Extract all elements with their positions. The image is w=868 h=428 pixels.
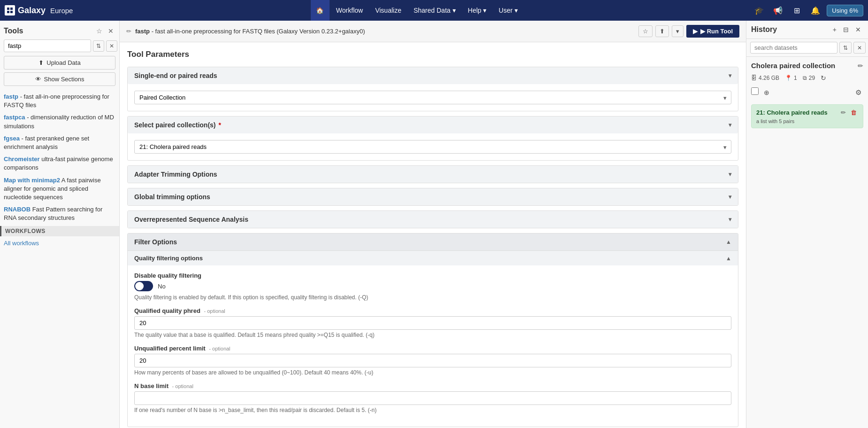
search-input[interactable]	[4, 39, 91, 52]
nav-home-button[interactable]: 🏠	[311, 0, 330, 21]
svg-rect-1	[10, 8, 13, 10]
search-row: ⇅ ✕	[4, 39, 115, 52]
section-single-paired: Single-end or paired reads ▾ Paired Coll…	[127, 67, 738, 111]
history-search-clear-button[interactable]: ✕	[853, 42, 866, 54]
qualified-quality-help: The quality value that a base is qualifi…	[134, 332, 731, 338]
history-storage-stat: 🗄 4.26 GB	[751, 75, 779, 81]
tool-item-fastpca[interactable]: fastpca - dimensionality reduction of MD…	[4, 111, 115, 132]
section-select-collection-header[interactable]: Select paired collection(s) * ▾	[128, 117, 738, 133]
history-search-row: ⇅ ✕	[746, 39, 868, 57]
eye-icon: 👁	[35, 76, 41, 83]
tool-item-fastp[interactable]: fastp - fast all-in-one preprocessing fo…	[4, 91, 115, 111]
nav-grid-icon[interactable]: ⊞	[789, 3, 804, 18]
history-columns-button[interactable]: ⊟	[841, 24, 851, 35]
history-dataset-delete-button[interactable]: 🗑	[849, 109, 858, 117]
section-adapter-trimming: Adapter Trimming Options ▾	[127, 165, 738, 183]
filter-options-header[interactable]: Filter Options ▲	[128, 233, 738, 250]
qualified-quality-group: Qualified quality phred - optional The q…	[134, 307, 731, 338]
history-close-button[interactable]: ✕	[853, 24, 863, 35]
tool-header-info: ✏ fastp - fast all-in-one preprocessing …	[126, 28, 638, 35]
galaxy-logo	[5, 5, 15, 16]
nav-workflow[interactable]: Workflow	[330, 0, 369, 21]
nav-graduation-icon[interactable]: 🎓	[752, 3, 767, 18]
tool-favorite-button[interactable]: ☆	[638, 25, 653, 37]
nav-visualize[interactable]: Visualize	[369, 0, 407, 21]
unqualified-percent-input[interactable]	[134, 354, 731, 367]
history-count1-stat: 📍 1	[785, 75, 797, 81]
history-move-button[interactable]: ⊕	[761, 87, 772, 98]
tool-menu-button[interactable]: ▾	[672, 25, 684, 37]
history-collection-name: Cholera paired collection	[751, 62, 835, 70]
qualified-quality-label: Qualified quality phred - optional	[134, 307, 731, 314]
tool-item-rnabob[interactable]: RNABOB Fast Pattern searching for RNA se…	[4, 203, 115, 224]
qualified-quality-input[interactable]	[134, 316, 731, 330]
quality-filtering-body: Disable quality filtering No Quality fil…	[128, 265, 738, 427]
history-dataset-name-label[interactable]: 21: Cholera paired reads	[756, 109, 828, 116]
section-overrepresented-header[interactable]: Overrepresented Sequence Analysis ▾	[128, 211, 738, 228]
history-name-row: Cholera paired collection ✏	[746, 57, 868, 72]
quality-filtering-header[interactable]: Quality filtering options ▲	[128, 251, 738, 265]
nav-help[interactable]: Help ▾	[462, 0, 492, 21]
nav-shared-data[interactable]: Shared Data ▾	[408, 0, 461, 21]
sidebar-header: Tools ☆ ✕	[4, 24, 115, 39]
unqualified-percent-help: How many percents of bases are allowed t…	[134, 369, 731, 376]
search-filter-button[interactable]: ⇅	[93, 40, 104, 52]
history-dataset-edit-button[interactable]: ✏	[839, 109, 847, 117]
tool-item-chromeister[interactable]: Chromeister ultra-fast pairwise genome c…	[4, 153, 115, 174]
run-tool-button[interactable]: ▶ ▶ Run Tool	[686, 25, 739, 38]
section-overrepresented: Overrepresented Sequence Analysis ▾	[127, 210, 738, 228]
database-icon: 🗄	[751, 75, 757, 81]
upload-data-button[interactable]: ⬆ Upload Data	[4, 56, 115, 70]
n-base-limit-input[interactable]	[134, 391, 731, 405]
tool-list: fastp - fast all-in-one preprocessing fo…	[4, 91, 115, 224]
history-header: History + ⊟ ✕	[746, 21, 868, 39]
history-edit-name-button[interactable]: ✏	[858, 62, 863, 70]
nav-megaphone-icon[interactable]: 📢	[770, 3, 785, 18]
left-sidebar: Tools ☆ ✕ ⇅ ✕ ⬆ Upload Data 👁 Show Secti…	[0, 21, 120, 428]
search-clear-button[interactable]: ✕	[106, 40, 117, 52]
svg-rect-2	[7, 11, 9, 13]
sidebar-star-icon[interactable]: ☆	[94, 26, 104, 36]
history-search-filter-button[interactable]: ⇅	[839, 42, 852, 54]
storage-usage-badge[interactable]: Using 6%	[827, 5, 863, 16]
all-workflows-link[interactable]: All workflows	[4, 238, 115, 248]
chevron-down-icon: ▾	[729, 194, 731, 200]
layers-icon: ⧉	[803, 75, 807, 81]
history-refresh-button[interactable]: ↻	[821, 74, 826, 82]
show-sections-button[interactable]: 👁 Show Sections	[4, 72, 115, 86]
main-layout: Tools ☆ ✕ ⇅ ✕ ⬆ Upload Data 👁 Show Secti…	[0, 21, 868, 428]
tool-item-fgsea[interactable]: fgsea - fast preranked gene set enrichme…	[4, 132, 115, 153]
section-single-paired-header[interactable]: Single-end or paired reads ▾	[128, 67, 738, 84]
history-count2-value: 29	[809, 75, 815, 81]
cholera-reads-select-wrapper: 21: Cholera paired reads	[134, 140, 731, 154]
chevron-down-icon: ▾	[729, 171, 731, 178]
history-toolbar-left: ⊕	[751, 87, 772, 98]
tool-item-minimap2[interactable]: Map with minimap2 A fast pairwise aligne…	[4, 174, 115, 204]
section-global-trimming-header[interactable]: Global trimming options ▾	[128, 188, 738, 205]
unqualified-percent-group: Unqualified percent limit - optional How…	[134, 345, 731, 376]
nav-user[interactable]: User ▾	[493, 0, 523, 21]
nav-bell-icon[interactable]: 🔔	[808, 3, 823, 18]
disable-quality-toggle[interactable]	[134, 281, 153, 291]
tool-share-button[interactable]: ⬆	[655, 25, 669, 37]
section-single-paired-body: Paired Collection Single Paired	[128, 84, 738, 111]
toggle-value-label: No	[158, 283, 166, 290]
history-add-button[interactable]: +	[830, 24, 839, 35]
tool-header-pencil-icon: ✏	[126, 28, 131, 35]
n-base-label: N base limit - optional	[134, 382, 731, 389]
tool-header-title: fastp - fast all-in-one preprocessing fo…	[135, 28, 638, 35]
disable-quality-filtering-group: Disable quality filtering No Quality fil…	[134, 272, 731, 301]
paired-reads-select[interactable]: Paired Collection Single Paired	[134, 91, 731, 104]
tool-params-area: Tool Parameters Single-end or paired rea…	[120, 42, 746, 428]
history-select-all-checkbox[interactable]	[751, 87, 759, 95]
quality-filtering-subsection: Quality filtering options ▲ Disable qual…	[128, 250, 738, 427]
svg-rect-0	[7, 8, 9, 10]
app-region: Europe	[50, 7, 73, 15]
section-adapter-trimming-header[interactable]: Adapter Trimming Options ▾	[128, 166, 738, 183]
history-search-input[interactable]	[750, 42, 837, 54]
history-settings-button[interactable]: ⚙	[853, 87, 863, 98]
sidebar-close-icon[interactable]: ✕	[106, 26, 115, 36]
section-select-collection-body: 21: Cholera paired reads	[128, 133, 738, 160]
history-count2-stat: ⧉ 29	[803, 75, 815, 81]
cholera-reads-select[interactable]: 21: Cholera paired reads	[134, 140, 731, 154]
